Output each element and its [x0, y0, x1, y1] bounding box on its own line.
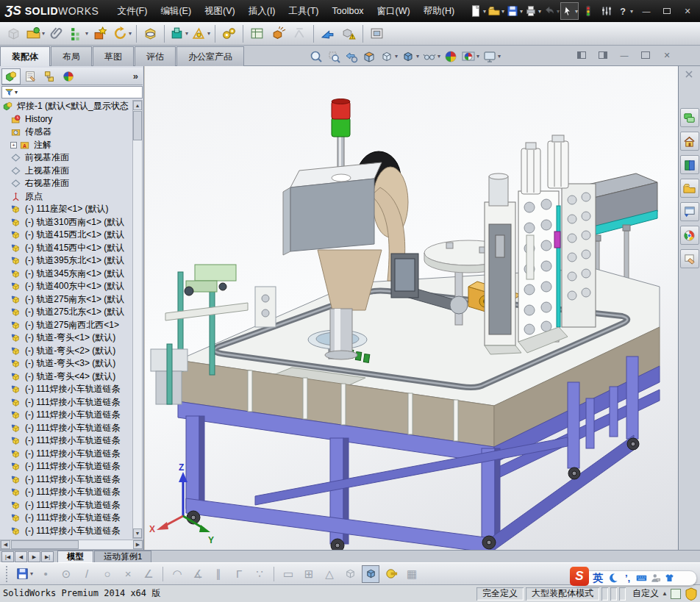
corner-tool-button[interactable]: Γ	[230, 565, 248, 583]
tree-item[interactable]: (-) 111焊接小车轨道链条	[0, 396, 133, 409]
tab-nav-prev-button[interactable]: ◀	[15, 551, 27, 562]
tree-item[interactable]: (-) 111焊接小车轨道链条	[0, 448, 133, 461]
hide-show-button[interactable]: ▾	[421, 48, 442, 65]
linear-pattern-button[interactable]: ▾	[68, 24, 89, 43]
menu-item-4[interactable]: 工具(T)	[282, 0, 326, 22]
zoom-area-button[interactable]	[325, 48, 343, 65]
tree-item[interactable]: (-) 111焊接小车轨道链条	[0, 434, 133, 448]
view-orientation-button[interactable]: ▾	[378, 48, 399, 65]
tree-item[interactable]: (-) 轨道275南东<1> (默认	[0, 293, 133, 307]
tree-item[interactable]: (-) 轨道400东中<1> (默认	[0, 280, 133, 293]
open-part-button[interactable]: ▾	[25, 24, 46, 43]
insert-component-button[interactable]	[4, 24, 24, 43]
line-tool-button[interactable]: /	[78, 565, 96, 583]
tree-item[interactable]: (-) 111焊接小车轨道链条	[0, 409, 133, 422]
tree-item[interactable]: (-) 轨道-弯头<3> (默认)	[0, 357, 133, 370]
table-tool-button[interactable]: ▦	[403, 565, 421, 583]
scrollbar-thumb[interactable]	[133, 111, 142, 140]
tree-item[interactable]: (-) 111焊接小车轨道链条	[0, 473, 133, 487]
tree-item[interactable]: (-) 轨道415西中<1> (默认	[0, 242, 133, 255]
shaded-view-button[interactable]	[362, 565, 379, 583]
polygon-tool-button[interactable]: ○	[99, 565, 116, 583]
tree-root[interactable]: 焊接-1 (默认<默认_显示状态	[0, 100, 133, 113]
move-component-button[interactable]: ▾	[112, 24, 132, 43]
page-button[interactable]: ▾	[468, 2, 487, 20]
taskpane-home-tab[interactable]	[680, 132, 699, 151]
tree-item[interactable]: (-) 111焊接小车轨道链条	[0, 383, 133, 396]
help-button[interactable]: ?▾	[615, 2, 634, 20]
featuremanager-tab[interactable]	[1, 68, 21, 85]
tab-3[interactable]: 评估	[135, 46, 176, 66]
scene-button[interactable]: ▾	[460, 48, 481, 65]
doc-restore-button[interactable]	[638, 49, 654, 62]
display-style-button[interactable]: ▾	[399, 48, 421, 65]
ime-logo-icon[interactable]: S	[570, 567, 589, 586]
tree-item[interactable]: (-) 111焊接小车轨道链条	[0, 422, 133, 435]
zoom-fit-button[interactable]	[307, 48, 325, 65]
taskpane-library-tab[interactable]	[680, 179, 699, 198]
save-button[interactable]: ▾	[15, 565, 34, 583]
smart-fasteners-button[interactable]	[90, 24, 110, 43]
propertymanager-tab[interactable]	[21, 68, 40, 85]
cursor-button[interactable]: ▾	[560, 2, 579, 20]
restore-button[interactable]	[659, 5, 675, 17]
tab-nav-next-button[interactable]: ▶	[28, 551, 40, 562]
traffic-button[interactable]	[579, 2, 597, 20]
menu-item-7[interactable]: 帮助(H)	[417, 0, 461, 22]
snapshot-button[interactable]	[367, 24, 387, 43]
wireframe-view-button[interactable]	[341, 565, 359, 583]
tree-item[interactable]: History	[0, 113, 133, 126]
floppy-button[interactable]: ▾	[505, 2, 524, 20]
tree-item[interactable]: (-) 111座架<1> (默认)	[0, 203, 133, 216]
reference-geometry-button[interactable]: ▾	[190, 24, 211, 43]
dimension-tool-button[interactable]: ▭	[279, 565, 297, 583]
minimize-button[interactable]: —	[638, 5, 654, 17]
taskpane-explorer-tab[interactable]	[680, 202, 699, 221]
configurationmanager-tab[interactable]	[40, 68, 59, 85]
tab-0[interactable]: 装配体	[0, 46, 50, 66]
exploded-view-button[interactable]	[268, 24, 288, 43]
trim-tool-button[interactable]: ×	[119, 565, 137, 583]
tree-item[interactable]: (-) 111焊接小车轨道链条	[0, 460, 133, 473]
tree-item[interactable]: 上视基准面	[0, 165, 133, 178]
bom-button[interactable]	[247, 24, 267, 43]
view-settings-button[interactable]: ▾	[481, 48, 502, 65]
doc-pane-right-button[interactable]	[595, 49, 611, 62]
tab-2[interactable]: 草图	[93, 46, 134, 66]
tab-1[interactable]: 布局	[51, 46, 92, 66]
toolbar-grip[interactable]	[6, 566, 9, 582]
tree-item[interactable]: 传感器	[0, 126, 133, 139]
undo-button[interactable]: ▾	[542, 2, 560, 20]
search-icon[interactable]	[461, 2, 463, 20]
graphics-viewport[interactable]: Z X Y	[145, 66, 678, 550]
scroll-up-arrow[interactable]: ▲	[133, 101, 142, 110]
grid-tool-button[interactable]: ⊞	[300, 565, 318, 583]
tab-4[interactable]: 办公室产品	[176, 46, 244, 66]
angle-tool-button[interactable]: ∠	[140, 565, 157, 583]
doc-minimize-button[interactable]: —	[616, 49, 632, 62]
panel-overflow-button[interactable]: »	[133, 71, 138, 82]
menu-item-5[interactable]: Toolbox	[326, 0, 371, 22]
tree-item[interactable]: 右视基准面	[0, 177, 133, 190]
ime-skin-icon[interactable]	[662, 572, 676, 585]
menu-item-1[interactable]: 编辑(E)	[154, 0, 198, 22]
assembly-features-button[interactable]: ▾	[168, 24, 189, 43]
tree-vertical-scrollbar[interactable]: ▲ ▼	[132, 100, 143, 539]
ime-language-toggle[interactable]: 英	[593, 572, 603, 585]
scroll-right-arrow[interactable]: ▶	[133, 540, 143, 549]
previous-view-button[interactable]	[343, 48, 360, 65]
task-pane-close-icon[interactable]	[679, 66, 699, 82]
taskpane-content-tab[interactable]	[680, 155, 699, 174]
doc-close-button[interactable]: ✕	[659, 49, 675, 62]
tree-item[interactable]: (-) 轨道275北东<1> (默认	[0, 306, 133, 319]
tree-item[interactable]: +A注解	[0, 139, 133, 152]
tree-item[interactable]: (-) 轨道-弯头<2> (默认)	[0, 345, 133, 358]
ime-person-icon[interactable]	[649, 572, 662, 585]
tree-item[interactable]: (-) 轨道415西北<1> (默认	[0, 229, 133, 242]
tree-item[interactable]: 前视基准面	[0, 151, 133, 165]
tree-item[interactable]: (-) 轨道310西南<1> (默认	[0, 216, 133, 229]
doc-pane-left-button[interactable]	[574, 49, 590, 62]
model-tab-1[interactable]: 运动算例1	[94, 551, 151, 562]
tree-item[interactable]: (-) 轨道275南西北西<1>	[0, 319, 133, 332]
tab-nav-first-button[interactable]: |◀	[1, 551, 14, 562]
